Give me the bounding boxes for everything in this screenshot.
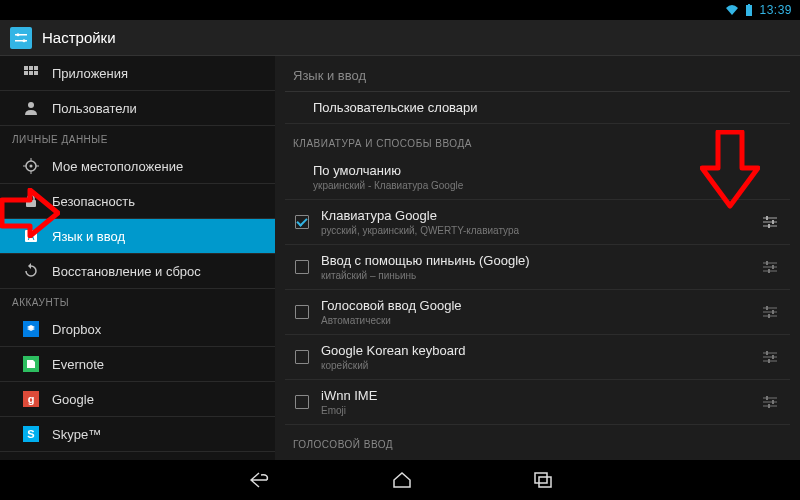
group-voice-header: ГОЛОСОВОЙ ВВОД [285, 425, 790, 456]
annotation-arrow-right [700, 130, 760, 210]
svg-rect-35 [766, 216, 768, 220]
sidebar-item-label: Google [52, 392, 94, 407]
settings-sliders-icon[interactable] [756, 258, 784, 276]
sidebar-item-label: Dropbox [52, 322, 101, 337]
row-title: Пользовательские словари [313, 100, 784, 115]
sidebar-item-backup-reset[interactable]: Восстановление и сброс [0, 254, 275, 289]
svg-rect-9 [24, 71, 28, 75]
svg-point-5 [23, 39, 26, 42]
sidebar-item-apps[interactable]: Приложения [0, 56, 275, 91]
nav-recent-button[interactable] [533, 471, 553, 489]
svg-rect-8 [34, 66, 38, 70]
settings-sliders-icon[interactable] [756, 348, 784, 366]
svg-marker-22 [28, 263, 31, 269]
sidebar-item-skype[interactable]: S Skype™ [0, 417, 275, 452]
backup-icon [22, 262, 40, 280]
sidebar-item-evernote[interactable]: Evernote [0, 347, 275, 382]
svg-rect-43 [772, 265, 774, 269]
nav-home-button[interactable] [391, 470, 413, 490]
sidebar-item-label: Пользователи [52, 101, 137, 116]
settings-sliders-icon[interactable] [756, 303, 784, 321]
svg-text:S: S [27, 428, 34, 440]
svg-rect-41 [766, 261, 768, 265]
checkbox[interactable] [291, 215, 313, 229]
evernote-icon [22, 355, 40, 373]
svg-rect-63 [768, 404, 770, 408]
sidebar-item-label: Восстановление и сброс [52, 264, 201, 279]
nav-back-button[interactable] [247, 470, 271, 490]
sidebar-item-location[interactable]: Мое местоположение [0, 149, 275, 184]
detail-pane[interactable]: Язык и ввод Пользовательские словари КЛА… [275, 56, 800, 460]
settings-sliders-icon[interactable] [756, 213, 784, 231]
svg-rect-55 [772, 355, 774, 359]
svg-point-4 [17, 33, 20, 36]
sidebar-item-label: Evernote [52, 357, 104, 372]
row-subtitle: русский, украинский, QWERTY-клавиатура [321, 225, 748, 236]
row-user-dictionaries[interactable]: Пользовательские словари [285, 92, 790, 124]
row-title: Голосовой ввод Google [321, 298, 748, 313]
users-icon [22, 99, 40, 117]
svg-rect-64 [535, 473, 547, 483]
svg-rect-6 [24, 66, 28, 70]
checkbox[interactable] [291, 305, 313, 319]
settings-app-icon[interactable] [10, 27, 32, 49]
screen: 13:39 Настройки Приложения Пользователи … [0, 0, 800, 500]
svg-rect-61 [772, 400, 774, 404]
svg-text:g: g [28, 393, 35, 405]
sidebar-item-users[interactable]: Пользователи [0, 91, 275, 126]
svg-rect-37 [772, 220, 774, 224]
battery-icon [745, 4, 753, 17]
action-bar: Настройки [0, 20, 800, 56]
checkbox[interactable] [291, 260, 313, 274]
detail-pane-title: Язык и ввод [285, 56, 790, 92]
svg-point-14 [30, 165, 33, 168]
settings-sidebar[interactable]: Приложения Пользователи ЛИЧНЫЕ ДАННЫЕ Мо… [0, 56, 275, 460]
row-title: Ввод с помощью пиньинь (Google) [321, 253, 748, 268]
dropbox-icon [22, 320, 40, 338]
nav-bar [0, 460, 800, 500]
svg-rect-59 [766, 396, 768, 400]
annotation-arrow-left [0, 188, 60, 238]
svg-rect-45 [768, 269, 770, 273]
sidebar-item-label: Приложения [52, 66, 128, 81]
sidebar-item-vk[interactable]: B ВКонтакте [0, 452, 275, 460]
svg-rect-65 [539, 477, 551, 487]
skype-icon: S [22, 425, 40, 443]
svg-rect-49 [772, 310, 774, 314]
settings-sliders-icon[interactable] [756, 393, 784, 411]
sidebar-item-label: Мое местоположение [52, 159, 183, 174]
row-ime-voice-google[interactable]: Голосовой ввод Google Автоматически [285, 290, 790, 335]
row-title: iWnn IME [321, 388, 748, 403]
main-content: Приложения Пользователи ЛИЧНЫЕ ДАННЫЕ Мо… [0, 56, 800, 460]
svg-rect-47 [766, 306, 768, 310]
row-voice-search[interactable]: Голосовой поиск [285, 456, 790, 460]
sidebar-item-label: Язык и ввод [52, 229, 125, 244]
svg-rect-10 [29, 71, 33, 75]
svg-rect-57 [768, 359, 770, 363]
sidebar-item-dropbox[interactable]: Dropbox [0, 312, 275, 347]
row-ime-korean[interactable]: Google Korean keyboard корейский [285, 335, 790, 380]
clock: 13:39 [759, 3, 792, 17]
checkbox[interactable] [291, 350, 313, 364]
sidebar-header-personal: ЛИЧНЫЕ ДАННЫЕ [0, 126, 275, 149]
svg-rect-1 [748, 4, 750, 5]
sidebar-item-label: Безопасность [52, 194, 135, 209]
page-title: Настройки [42, 29, 116, 46]
sidebar-item-google[interactable]: g Google [0, 382, 275, 417]
svg-rect-39 [768, 224, 770, 228]
svg-rect-51 [768, 314, 770, 318]
row-ime-pinyin[interactable]: Ввод с помощью пиньинь (Google) китайски… [285, 245, 790, 290]
svg-rect-53 [766, 351, 768, 355]
svg-point-12 [28, 102, 34, 108]
sidebar-header-accounts: АККАУНТЫ [0, 289, 275, 312]
row-title: Клавиатура Google [321, 208, 748, 223]
wifi-icon [725, 4, 739, 16]
row-subtitle: Автоматически [321, 315, 748, 326]
row-title: Google Korean keyboard [321, 343, 748, 358]
row-ime-iwnn[interactable]: iWnn IME Emoji [285, 380, 790, 425]
location-icon [22, 157, 40, 175]
checkbox[interactable] [291, 395, 313, 409]
svg-rect-0 [746, 5, 752, 16]
status-bar: 13:39 [0, 0, 800, 20]
svg-rect-11 [34, 71, 38, 75]
